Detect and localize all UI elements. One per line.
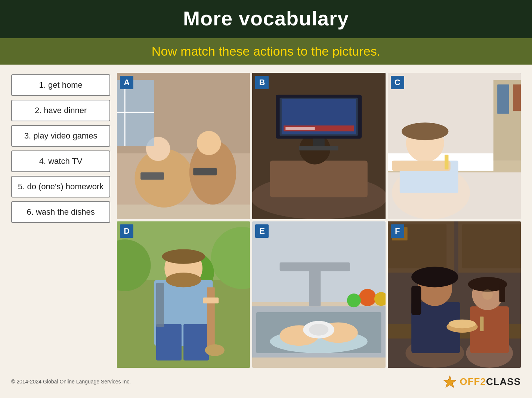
svg-point-61: [309, 324, 328, 335]
svg-rect-22: [299, 146, 338, 150]
svg-rect-8: [193, 168, 217, 175]
svg-rect-48: [207, 287, 215, 353]
svg-rect-14: [270, 161, 368, 197]
image-scene-F: [388, 221, 521, 368]
svg-point-29: [402, 122, 448, 140]
image-cell-F: F: [388, 221, 521, 368]
image-label-D: D: [120, 224, 133, 238]
copyright-text: © 2014-2024 Global Online Language Servi…: [11, 379, 131, 385]
svg-point-49: [205, 344, 225, 356]
image-cell-D: D: [117, 221, 250, 368]
image-cell-C: C: [388, 73, 521, 219]
image-scene-C: [388, 73, 521, 219]
image-cell-B: B: [252, 73, 385, 219]
content-area: 1. get home2. have dinner3. play video g…: [0, 65, 532, 373]
svg-rect-57: [280, 262, 350, 271]
vocab-item-v2: 2. have dinner: [11, 100, 110, 121]
svg-rect-78: [411, 286, 421, 315]
svg-rect-83: [499, 284, 505, 302]
svg-point-87: [482, 289, 493, 300]
image-scene-B: [252, 73, 385, 219]
logo-icon: [443, 375, 457, 388]
svg-point-6: [197, 131, 221, 155]
svg-marker-88: [443, 376, 456, 388]
vocab-list: 1. get home2. have dinner3. play video g…: [11, 73, 110, 368]
logo-text: OFF2CLASS: [460, 376, 521, 388]
svg-point-45: [166, 273, 201, 287]
image-label-F: F: [391, 224, 404, 238]
svg-rect-80: [470, 306, 509, 353]
footer: © 2014-2024 Global Online Language Servi…: [0, 373, 532, 390]
vocab-item-v3: 3. play video games: [11, 125, 110, 147]
image-label-A: A: [120, 76, 133, 89]
svg-rect-33: [497, 84, 509, 114]
page-title: More vocabulary: [0, 7, 532, 30]
svg-rect-47: [156, 283, 164, 327]
svg-rect-50: [203, 298, 219, 304]
svg-rect-56: [309, 265, 321, 307]
svg-rect-7: [140, 172, 164, 180]
subheader: Now match these actions to the pictures.: [0, 38, 532, 65]
svg-rect-31: [445, 155, 448, 170]
image-label-E: E: [255, 224, 269, 238]
vocab-item-v5: 5. do (one's) homework: [11, 176, 110, 198]
svg-point-64: [347, 293, 361, 307]
subheader-text: Now match these actions to the pictures.: [0, 44, 532, 59]
image-cell-A: A: [117, 73, 250, 219]
image-scene-D: [117, 221, 250, 368]
svg-point-62: [359, 289, 376, 306]
svg-rect-21: [313, 139, 325, 146]
svg-rect-30: [392, 161, 451, 171]
svg-point-46: [162, 249, 205, 264]
svg-rect-43: [183, 324, 209, 360]
vocab-item-v1: 1. get home: [11, 74, 110, 96]
svg-rect-9: [117, 80, 154, 146]
svg-rect-70: [462, 224, 521, 268]
svg-rect-86: [480, 317, 483, 331]
svg-point-77: [411, 267, 458, 287]
svg-rect-34: [513, 84, 521, 111]
logo-text-highlight: OFF2: [460, 376, 486, 387]
logo: OFF2CLASS: [443, 375, 521, 388]
image-label-C: C: [391, 76, 404, 89]
image-scene-E: [252, 221, 385, 368]
vocab-item-v4: 4. watch TV: [11, 150, 110, 172]
image-cell-E: E: [252, 221, 385, 368]
image-label-B: B: [255, 76, 269, 89]
svg-point-85: [448, 320, 476, 329]
svg-rect-20: [286, 127, 315, 130]
header: More vocabulary: [0, 0, 532, 38]
images-grid: A B C: [117, 73, 521, 368]
svg-rect-42: [156, 324, 182, 360]
image-scene-A: [117, 73, 250, 219]
vocab-item-v6: 6. wash the dishes: [11, 201, 110, 223]
